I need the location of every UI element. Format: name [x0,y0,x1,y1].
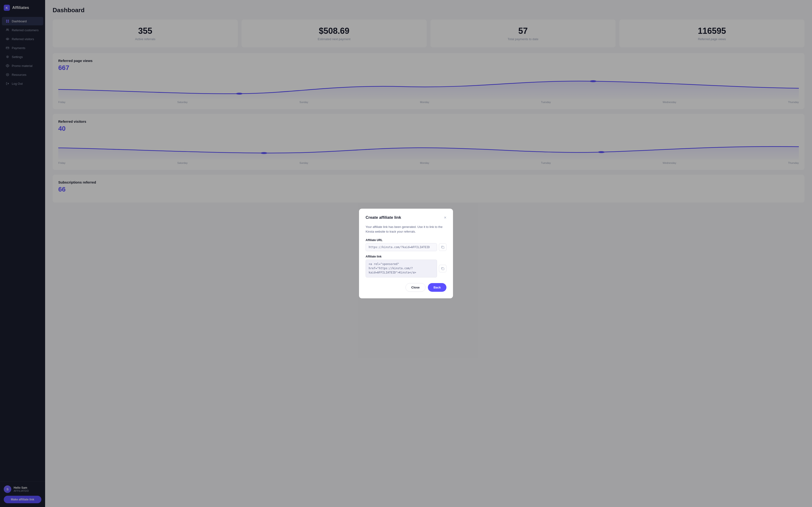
affiliate-link-label: Affiliate link [366,255,446,258]
close-button[interactable]: Close [406,283,425,292]
back-button[interactable]: Back [428,283,446,292]
svg-rect-20 [442,268,444,270]
affiliate-url-label: Affiliate URL [366,238,446,242]
modal-close-button[interactable]: × [444,216,446,220]
create-affiliate-link-modal: Create affiliate link × Your affiliate l… [359,209,453,298]
affiliate-link-textarea[interactable]: <a rel="sponsored" href="https://kinsta.… [366,260,437,277]
modal-header: Create affiliate link × [366,215,446,220]
modal-title: Create affiliate link [366,215,401,220]
copy-url-button[interactable] [439,243,446,251]
affiliate-url-input[interactable] [366,243,437,251]
modal-overlay: Create affiliate link × Your affiliate l… [0,0,812,507]
affiliate-link-row: <a rel="sponsored" href="https://kinsta.… [366,260,446,277]
modal-description: Your affiliate link has been generated. … [366,225,446,234]
affiliate-url-row [366,243,446,251]
modal-actions: Close Back [366,283,446,292]
copy-link-button[interactable] [439,265,446,272]
svg-rect-19 [442,246,444,248]
